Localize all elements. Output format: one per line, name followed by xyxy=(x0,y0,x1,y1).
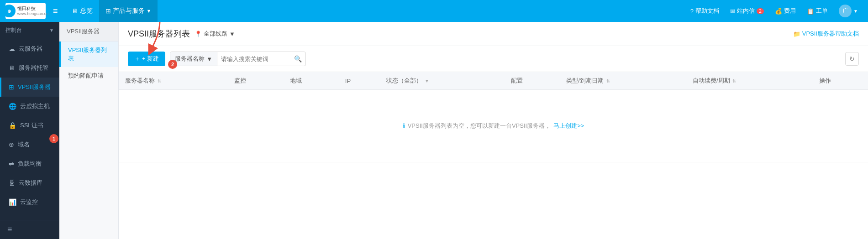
sidebar-virtual-host-label: 云虚拟主机 xyxy=(20,102,50,110)
monitor-icon: 🖥 xyxy=(72,7,78,15)
nav-item-products[interactable]: ⊞ 产品与服务 ▼ xyxy=(99,0,158,22)
sidebar-item-ssl[interactable]: 🔒 SSL证书 xyxy=(0,116,59,135)
logo-text: 恒田科技 www.henguan.cn xyxy=(17,6,49,16)
grid-icon: ⊞ xyxy=(105,7,111,15)
sidebar-item-domain[interactable]: ⊕ 域名 xyxy=(0,135,59,154)
search-filter-dropdown[interactable]: 服务器名称 ▼ xyxy=(170,52,217,66)
domain-icon: ⊕ xyxy=(9,141,14,148)
annotation-circle-2: 2 xyxy=(168,60,177,69)
location-pin-icon: 📍 xyxy=(195,31,202,37)
create-button-label: + 新建 xyxy=(142,55,159,63)
sidebar-item-database[interactable]: 🗄 云数据库 xyxy=(0,173,59,192)
nav-right-area: ? 帮助文档 ✉ 站内信 2 💰 费用 📋 工单 广 ▼ xyxy=(686,0,863,22)
location-filter-dropdown[interactable]: 📍 全部线路 ▼ xyxy=(195,30,235,38)
loadbalancer-icon: ⇌ xyxy=(9,160,14,167)
avatar: 广 xyxy=(839,5,852,17)
sidebar-header: 控制台 ▼ xyxy=(0,22,59,39)
sidebar-item-virtual-host[interactable]: 🌐 云虚拟主机 xyxy=(0,97,59,116)
mail-icon: ✉ xyxy=(730,8,735,15)
sub-sidebar-item-list[interactable]: VPSII服务器列表 xyxy=(59,42,118,67)
help-docs-link[interactable]: 📁 VPSII服务器帮助文档 xyxy=(793,30,859,38)
ticket-button[interactable]: 📋 工单 xyxy=(802,0,832,22)
search-button[interactable]: 🔍 xyxy=(290,52,305,65)
billing-icon: 💰 xyxy=(775,8,782,15)
col-status: 状态（全部） ▼ xyxy=(380,72,505,90)
sidebar-vps-label: VPSII服务器 xyxy=(18,83,51,91)
search-input[interactable] xyxy=(217,53,290,65)
sidebar-collapse-button[interactable]: ≡ xyxy=(0,220,59,239)
col-region: 地域 xyxy=(284,72,339,90)
help-docs-button[interactable]: ? 帮助文档 xyxy=(686,0,724,22)
vps-icon: ⊞ xyxy=(9,83,14,91)
empty-state-text: VPSII服务器列表为空，您可以新建一台VPSII服务器， xyxy=(408,122,551,130)
filter-icon-status[interactable]: ▼ xyxy=(425,78,429,83)
ssl-icon: 🔒 xyxy=(9,122,16,129)
col-auto-renew: 自动续费/周期 ⇅ xyxy=(686,72,813,90)
sidebar-item-loadbalancer[interactable]: ⇌ 负载均衡 xyxy=(0,154,59,173)
sidebar-cloud-server-label: 云服务器 xyxy=(19,45,42,53)
search-filter-label: 服务器名称 xyxy=(175,55,205,63)
database-icon: 🗄 xyxy=(9,179,15,187)
page-title: VPSII服务器列表 xyxy=(128,28,190,39)
sort-icon-renew[interactable]: ⇅ xyxy=(732,78,736,83)
empty-state: ℹ VPSII服务器列表为空，您可以新建一台VPSII服务器， 马上创建>> xyxy=(119,104,868,148)
content-header: VPSII服务器列表 📍 全部线路 ▼ 📁 VPSII服务器帮助文档 xyxy=(119,22,868,46)
sidebar-database-label: 云数据库 xyxy=(19,179,42,187)
sidebar-monitoring-label: 云监控 xyxy=(20,198,38,206)
sidebar-loadbalancer-label: 负载均衡 xyxy=(18,160,42,168)
sub-sidebar-downgrade-label: 预约降配申请 xyxy=(68,72,104,79)
ticket-icon: 📋 xyxy=(807,8,814,15)
col-monitor: 监控 xyxy=(228,72,283,90)
user-chevron-icon: ▼ xyxy=(853,9,858,14)
sidebar-item-vps[interactable]: ⊞ VPSII服务器 xyxy=(0,78,59,97)
content-area: VPSII服务器列表 📍 全部线路 ▼ 📁 VPSII服务器帮助文档 ＋ + 新… xyxy=(119,22,868,239)
sidebar-header-arrow: ▼ xyxy=(49,28,54,33)
sort-icon-type[interactable]: ⇅ xyxy=(606,78,610,83)
monitoring-icon: 📊 xyxy=(9,198,16,206)
empty-state-create-link[interactable]: 马上创建>> xyxy=(553,122,584,130)
sidebar-domain-label: 域名 xyxy=(18,140,30,149)
logo[interactable]: ⊕ 恒田科技 www.henguan.cn xyxy=(5,3,46,19)
location-arrow-icon: ▼ xyxy=(229,31,235,37)
table-header-row: 服务器名称 ⇅ 监控 地域 IP 状态（全部） xyxy=(119,72,868,90)
nav-toggle-button[interactable]: ≡ xyxy=(53,6,58,16)
server-table: 服务器名称 ⇅ 监控 地域 IP 状态（全部） xyxy=(119,72,868,162)
chevron-down-icon: ▼ xyxy=(147,8,152,14)
sidebar-ssl-label: SSL证书 xyxy=(20,121,43,130)
collapse-icon: ≡ xyxy=(7,225,12,234)
logo-icon: ⊕ xyxy=(3,5,16,17)
nav-products-label: 产品与服务 xyxy=(113,7,145,15)
nav-item-overview[interactable]: 🖥 总览 xyxy=(65,0,99,22)
help-docs-label: 帮助文档 xyxy=(695,7,719,15)
sidebar-item-monitoring[interactable]: 📊 云监控 xyxy=(0,192,59,212)
inbox-button[interactable]: ✉ 站内信 2 xyxy=(726,0,768,22)
info-icon: ℹ xyxy=(403,122,405,130)
col-config: 配置 xyxy=(505,72,560,90)
col-server-name: 服务器名称 ⇅ xyxy=(119,72,228,90)
main-layout: 控制台 ▼ ☁ 云服务器 🖥 服务器托管 ⊞ VPSII服务器 🌐 云虚拟主机 … xyxy=(0,22,868,239)
location-label: 全部线路 xyxy=(204,30,227,38)
sort-icon-name[interactable]: ⇅ xyxy=(158,78,161,83)
help-docs-link-label: VPSII服务器帮助文档 xyxy=(802,30,859,38)
create-button[interactable]: ＋ + 新建 xyxy=(128,52,165,66)
sidebar: 控制台 ▼ ☁ 云服务器 🖥 服务器托管 ⊞ VPSII服务器 🌐 云虚拟主机 … xyxy=(0,22,59,239)
col-ip: IP xyxy=(339,72,380,90)
sidebar-header-label: 控制台 xyxy=(5,26,22,34)
top-navigation: ⊕ 恒田科技 www.henguan.cn ≡ 🖥 总览 ⊞ 产品与服务 ▼ ?… xyxy=(0,0,868,22)
col-type-expiry: 类型/到期日期 ⇅ xyxy=(560,72,686,90)
col-actions: 操作 xyxy=(813,72,868,90)
table-area: 服务器名称 ⇅ 监控 地域 IP 状态（全部） xyxy=(119,72,868,239)
refresh-button[interactable]: ↻ xyxy=(845,52,859,66)
help-icon: ? xyxy=(690,8,694,15)
sub-sidebar-list-label: VPSII服务器列表 xyxy=(68,47,107,62)
search-filter-arrow-icon: ▼ xyxy=(206,56,212,62)
billing-button[interactable]: 💰 费用 xyxy=(770,0,800,22)
billing-label: 费用 xyxy=(784,7,796,15)
user-menu-button[interactable]: 广 ▼ xyxy=(834,0,863,22)
sidebar-item-cloud-server[interactable]: ☁ 云服务器 xyxy=(0,39,59,58)
sub-sidebar-item-downgrade[interactable]: 预约降配申请 xyxy=(59,67,118,84)
refresh-icon: ↻ xyxy=(849,55,855,62)
sub-sidebar: VPSII服务器 VPSII服务器列表 预约降配申请 xyxy=(59,22,119,239)
sidebar-server-hosting-label: 服务器托管 xyxy=(19,64,48,72)
sidebar-item-server-hosting[interactable]: 🖥 服务器托管 xyxy=(0,58,59,78)
